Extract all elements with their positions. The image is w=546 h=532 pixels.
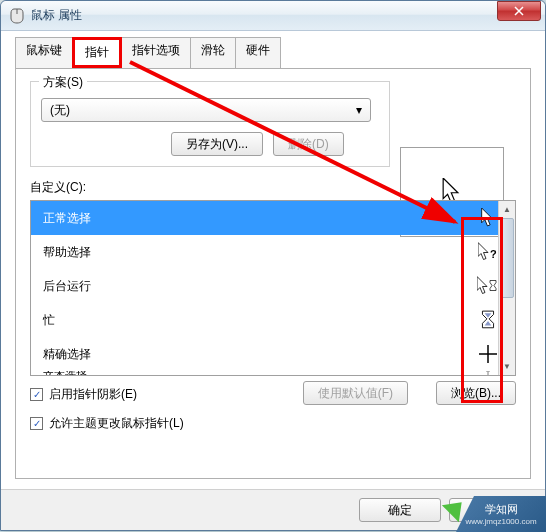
watermark-name: 学知网 (485, 502, 518, 517)
tab-pointers[interactable]: 指针 (72, 37, 122, 68)
cursor-name: 帮助选择 (43, 244, 91, 261)
cursor-name: 忙 (43, 312, 55, 329)
scheme-label: 方案(S) (39, 74, 87, 91)
watermark-url: www.jmqz1000.com (465, 517, 536, 526)
tab-buttons[interactable]: 鼠标键 (15, 37, 73, 68)
theme-checkbox[interactable]: ✓ (30, 417, 43, 430)
svg-text:?: ? (490, 248, 497, 260)
defaults-button: 使用默认值(F) (303, 381, 408, 405)
tab-wheel[interactable]: 滑轮 (190, 37, 236, 68)
mouse-properties-window: 鼠标 属性 鼠标键 指针 指针选项 滑轮 硬件 方案(S) (无) ▾ 另存为(… (0, 0, 546, 531)
shadow-checkbox[interactable]: ✓ (30, 388, 43, 401)
mouse-icon (9, 8, 25, 24)
list-item[interactable]: 精确选择 (31, 337, 515, 371)
cursor-list: 正常选择 帮助选择 ? 后台运行 忙 精确选择 (30, 200, 516, 376)
theme-checkbox-label: 允许主题更改鼠标指针(L) (49, 415, 184, 432)
tab-strip: 鼠标键 指针 指针选项 滑轮 硬件 (15, 37, 531, 69)
scroll-up-icon[interactable]: ▲ (499, 201, 515, 218)
list-item[interactable]: 正常选择 (31, 201, 515, 235)
shadow-checkbox-label: 启用指针阴影(E) (49, 386, 137, 403)
tab-hardware[interactable]: 硬件 (235, 37, 281, 68)
scheme-select[interactable]: (无) ▾ (41, 98, 371, 122)
cursor-name: 文本选择 (43, 371, 87, 376)
save-as-button[interactable]: 另存为(V)... (171, 132, 263, 156)
list-item[interactable]: 帮助选择 ? (31, 235, 515, 269)
list-item[interactable]: 忙 (31, 303, 515, 337)
scheme-selected-value: (无) (50, 102, 70, 119)
close-button[interactable] (497, 1, 541, 21)
tab-body: 方案(S) (无) ▾ 另存为(V)... 删除(D) 自定义(C): 正常选择 (15, 69, 531, 479)
chevron-down-icon: ▾ (356, 103, 362, 117)
scroll-down-icon[interactable]: ▼ (499, 358, 515, 375)
scrollbar[interactable]: ▲ ▼ (498, 201, 515, 375)
tab-pointer-options[interactable]: 指针选项 (121, 37, 191, 68)
titlebar[interactable]: 鼠标 属性 (1, 1, 545, 31)
ok-button[interactable]: 确定 (359, 498, 441, 522)
theme-checkbox-row: ✓ 允许主题更改鼠标指针(L) (30, 415, 516, 432)
cursor-name: 正常选择 (43, 210, 91, 227)
list-item[interactable]: 文本选择 (31, 371, 515, 376)
cursor-name: 后台运行 (43, 278, 91, 295)
scheme-group: 方案(S) (无) ▾ 另存为(V)... 删除(D) (30, 81, 390, 167)
cursor-name: 精确选择 (43, 346, 91, 363)
delete-button: 删除(D) (273, 132, 344, 156)
scroll-thumb[interactable] (500, 218, 514, 298)
content-area: 鼠标键 指针 指针选项 滑轮 硬件 方案(S) (无) ▾ 另存为(V)... … (1, 31, 545, 489)
window-title: 鼠标 属性 (31, 7, 497, 24)
browse-button[interactable]: 浏览(B)... (436, 381, 516, 405)
list-item[interactable]: 后台运行 (31, 269, 515, 303)
